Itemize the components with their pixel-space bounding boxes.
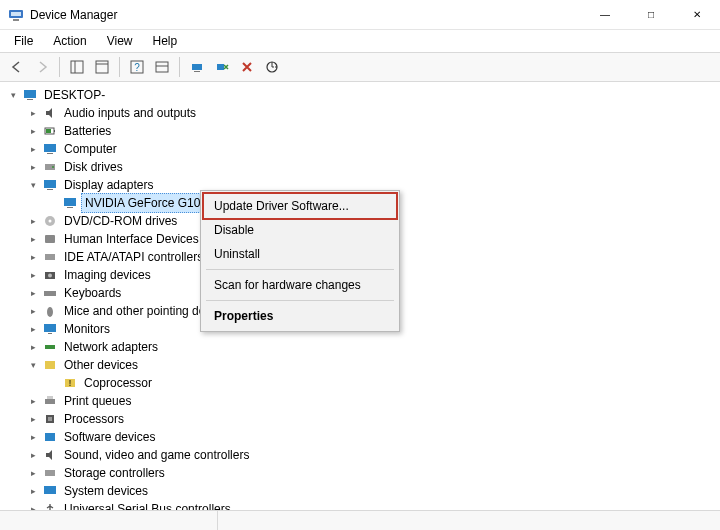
chevron-right-icon[interactable]: ▸ (26, 412, 40, 426)
svg-rect-42 (45, 399, 55, 404)
tree-item-label: Keyboards (62, 284, 123, 302)
ctx-disable[interactable]: Disable (204, 218, 396, 242)
tree-item-print-queues[interactable]: ▸ Print queues (6, 392, 720, 410)
controller-icon (42, 249, 58, 265)
help-button[interactable]: ? (126, 56, 148, 78)
svg-rect-27 (67, 207, 73, 208)
chevron-down-icon[interactable]: ▾ (6, 88, 20, 102)
ctx-properties[interactable]: Properties (204, 304, 396, 328)
svg-rect-25 (47, 189, 53, 190)
svg-rect-12 (194, 71, 200, 72)
chevron-right-icon[interactable]: ▸ (26, 484, 40, 498)
minimize-button[interactable]: — (582, 0, 628, 30)
forward-button[interactable] (31, 56, 53, 78)
toolbar-separator (59, 57, 60, 77)
svg-rect-15 (24, 90, 36, 98)
menu-view[interactable]: View (97, 32, 143, 50)
context-menu: Update Driver Software... Disable Uninst… (200, 190, 400, 332)
storage-icon (42, 465, 58, 481)
show-hide-tree-button[interactable] (66, 56, 88, 78)
sound-icon (42, 447, 58, 463)
toolbar-separator (179, 57, 180, 77)
tree-item-label: Sound, video and game controllers (62, 446, 251, 464)
chevron-right-icon[interactable]: ▸ (26, 286, 40, 300)
menu-bar: File Action View Help (0, 30, 720, 52)
svg-rect-20 (44, 144, 56, 152)
computer-icon (42, 141, 58, 157)
chevron-right-icon[interactable]: ▸ (26, 304, 40, 318)
tree-item-processors[interactable]: ▸ Processors (6, 410, 720, 428)
chevron-right-icon[interactable]: ▸ (26, 340, 40, 354)
hid-icon (42, 231, 58, 247)
chevron-right-icon[interactable]: ▸ (26, 394, 40, 408)
chevron-right-icon[interactable]: ▸ (26, 214, 40, 228)
tree-root[interactable]: ▾ DESKTOP- (6, 86, 720, 104)
tree-item-label: Coprocessor (82, 374, 154, 392)
chevron-right-icon[interactable]: ▸ (26, 268, 40, 282)
tree-item-label: Disk drives (62, 158, 125, 176)
svg-rect-1 (11, 12, 21, 16)
chevron-right-icon[interactable]: ▸ (26, 160, 40, 174)
chevron-right-icon[interactable]: ▸ (26, 232, 40, 246)
tree-item-label: Human Interface Devices (62, 230, 201, 248)
tree-item-storage[interactable]: ▸ Storage controllers (6, 464, 720, 482)
chevron-down-icon[interactable]: ▾ (26, 358, 40, 372)
menu-help[interactable]: Help (143, 32, 188, 50)
tree-item-label: System devices (62, 482, 150, 500)
back-button[interactable] (6, 56, 28, 78)
monitor-icon (42, 321, 58, 337)
chevron-down-icon[interactable]: ▾ (26, 178, 40, 192)
svg-rect-34 (44, 291, 56, 296)
svg-rect-47 (45, 470, 55, 476)
tree-item-coprocessor[interactable]: ▸ ! Coprocessor (6, 374, 720, 392)
network-icon (42, 339, 58, 355)
properties-button[interactable] (91, 56, 113, 78)
svg-rect-2 (13, 19, 19, 21)
no-expand-icon: ▸ (46, 376, 60, 390)
menu-separator (206, 300, 394, 301)
chevron-right-icon[interactable]: ▸ (26, 124, 40, 138)
audio-icon (42, 105, 58, 121)
scan-hardware-button[interactable] (261, 56, 283, 78)
tree-item-computer[interactable]: ▸ Computer (6, 140, 720, 158)
ctx-update-driver[interactable]: Update Driver Software... (202, 192, 398, 220)
tree-item-label: Storage controllers (62, 464, 167, 482)
ctx-scan[interactable]: Scan for hardware changes (204, 273, 396, 297)
tree-item-batteries[interactable]: ▸ Batteries (6, 122, 720, 140)
tree-item-sound[interactable]: ▸ Sound, video and game controllers (6, 446, 720, 464)
tree-item-disk-drives[interactable]: ▸ Disk drives (6, 158, 720, 176)
menu-file[interactable]: File (4, 32, 43, 50)
chevron-right-icon[interactable]: ▸ (26, 250, 40, 264)
ctx-uninstall[interactable]: Uninstall (204, 242, 396, 266)
chevron-right-icon[interactable]: ▸ (26, 106, 40, 120)
svg-rect-16 (27, 99, 33, 100)
update-driver-button[interactable] (186, 56, 208, 78)
tree-item-audio[interactable]: ▸ Audio inputs and outputs (6, 104, 720, 122)
svg-rect-48 (44, 486, 56, 494)
view-by-type-button[interactable] (151, 56, 173, 78)
svg-rect-13 (217, 64, 224, 70)
tree-item-usb[interactable]: ▸ Universal Serial Bus controllers (6, 500, 720, 510)
close-button[interactable]: ✕ (674, 0, 720, 30)
printer-icon (42, 393, 58, 409)
tree-item-software-devices[interactable]: ▸ Software devices (6, 428, 720, 446)
tree-item-system-devices[interactable]: ▸ System devices (6, 482, 720, 500)
no-expand-icon: ▸ (46, 196, 60, 210)
chevron-right-icon[interactable]: ▸ (26, 448, 40, 462)
chevron-right-icon[interactable]: ▸ (26, 322, 40, 336)
tree-root-label: DESKTOP- (42, 86, 107, 104)
menu-action[interactable]: Action (43, 32, 96, 50)
chevron-right-icon[interactable]: ▸ (26, 502, 40, 510)
camera-icon (42, 267, 58, 283)
tree-item-label: Monitors (62, 320, 112, 338)
cpu-icon (42, 411, 58, 427)
uninstall-button[interactable] (211, 56, 233, 78)
tree-item-network[interactable]: ▸ Network adapters (6, 338, 720, 356)
display-icon (42, 177, 58, 193)
maximize-button[interactable]: □ (628, 0, 674, 30)
tree-item-other-devices[interactable]: ▾ Other devices (6, 356, 720, 374)
chevron-right-icon[interactable]: ▸ (26, 142, 40, 156)
chevron-right-icon[interactable]: ▸ (26, 466, 40, 480)
chevron-right-icon[interactable]: ▸ (26, 430, 40, 444)
disable-button[interactable] (236, 56, 258, 78)
